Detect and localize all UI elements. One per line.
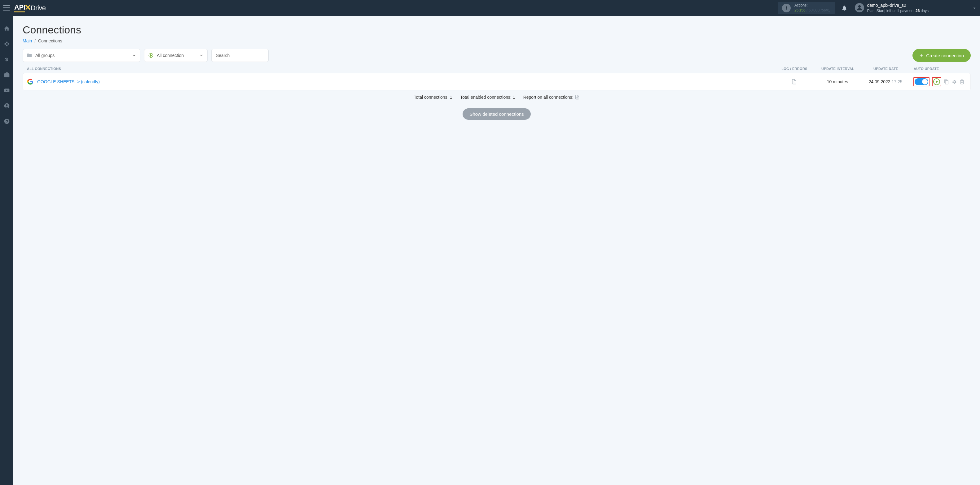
svg-text:?: ? <box>6 119 8 124</box>
sidebar: $ ? <box>0 16 13 128</box>
chevron-down-icon <box>132 53 136 57</box>
sidebar-billing-icon[interactable]: $ <box>3 56 10 63</box>
log-button[interactable] <box>774 79 814 84</box>
actions-percent: (50%) <box>821 8 830 13</box>
user-plan: Plan |Start| left until payment 26 days <box>867 8 929 13</box>
total-connections: Total connections: 1 <box>414 95 452 100</box>
summary-row: Total connections: 1 Total enabled conne… <box>22 95 971 100</box>
sidebar-toolbox-icon[interactable] <box>3 71 10 78</box>
create-connection-label: Create connection <box>926 53 964 58</box>
actions-label: Actions: <box>794 3 830 8</box>
connection-name[interactable]: GOOGLE SHEETS -> (calendly) <box>37 79 774 84</box>
groups-select[interactable]: All groups <box>22 49 140 62</box>
logo-api: API <box>14 3 25 11</box>
google-icon <box>27 79 33 85</box>
gear-icon[interactable] <box>951 79 957 84</box>
copy-icon[interactable] <box>944 79 949 84</box>
user-avatar-icon <box>855 3 864 13</box>
col-head-date: UPDATE DATE <box>861 67 911 71</box>
create-connection-button[interactable]: Create connection <box>912 49 971 62</box>
play-circle-icon <box>148 52 154 58</box>
chevron-down-icon[interactable] <box>972 6 977 11</box>
trash-icon[interactable] <box>959 79 964 84</box>
table-header: ALL CONNECTIONS LOG / ERRORS UPDATE INTE… <box>22 67 971 73</box>
auto-update-highlight <box>913 77 929 86</box>
svg-point-3 <box>6 104 8 106</box>
enabled-connections: Total enabled connections: 1 <box>460 95 515 100</box>
auto-update-toggle[interactable] <box>915 78 928 85</box>
col-head-auto: AUTO UPDATE <box>911 67 966 71</box>
top-header: API✕Drive i Actions: 25'156 / 50'000 (50… <box>0 0 980 16</box>
breadcrumb-main[interactable]: Main <box>22 38 32 43</box>
connection-row[interactable]: GOOGLE SHEETS -> (calendly) 10 minutes 2… <box>22 73 971 90</box>
user-menu[interactable]: demo_apix-drive_s2 Plan |Start| left unt… <box>855 3 929 13</box>
user-name: demo_apix-drive_s2 <box>867 3 929 8</box>
groups-label: All groups <box>35 53 132 58</box>
run-now-button[interactable] <box>933 78 940 85</box>
sidebar-account-icon[interactable] <box>3 103 10 109</box>
sidebar-help-icon[interactable]: ? <box>3 118 10 125</box>
actions-used: 25'156 <box>794 8 805 13</box>
filters-row: All groups All connection Create connect… <box>22 49 971 62</box>
svg-text:$: $ <box>5 57 8 62</box>
chevron-down-icon <box>199 53 204 57</box>
plus-icon <box>919 53 924 57</box>
report-all[interactable]: Report on all connections: <box>523 95 580 100</box>
breadcrumb-current: Connections <box>38 38 62 43</box>
actions-total: 50'000 <box>809 8 820 13</box>
sidebar-connections-icon[interactable] <box>3 41 10 48</box>
col-head-log: LOG / ERRORS <box>774 67 815 71</box>
logo-drive: Drive <box>31 4 46 12</box>
page-title: Connections <box>22 24 971 36</box>
actions-counter[interactable]: i Actions: 25'156 / 50'000 (50%) <box>778 2 835 14</box>
update-interval: 10 minutes <box>814 79 861 84</box>
main-content: Connections Main / Connections All group… <box>13 16 980 128</box>
logo-x-icon: ✕ <box>24 3 31 13</box>
logo[interactable]: API✕Drive <box>14 3 46 13</box>
sidebar-home-icon[interactable] <box>3 25 10 32</box>
document-icon <box>575 95 580 100</box>
connection-filter-select[interactable]: All connection <box>144 49 208 62</box>
info-icon: i <box>782 4 791 13</box>
show-deleted-button[interactable]: Show deleted connections <box>463 108 530 120</box>
col-head-interval: UPDATE INTERVAL <box>815 67 861 71</box>
search-input[interactable] <box>211 49 269 62</box>
run-highlight <box>932 77 941 86</box>
breadcrumb: Main / Connections <box>22 38 971 43</box>
col-head-name: ALL CONNECTIONS <box>27 67 774 71</box>
connection-filter-label: All connection <box>157 53 199 58</box>
menu-toggle-icon[interactable] <box>3 5 10 11</box>
folder-icon <box>27 52 32 58</box>
sidebar-video-icon[interactable] <box>3 87 10 94</box>
update-date: 24.09.2022 17:25 <box>861 79 910 84</box>
notifications-icon[interactable] <box>841 5 847 11</box>
